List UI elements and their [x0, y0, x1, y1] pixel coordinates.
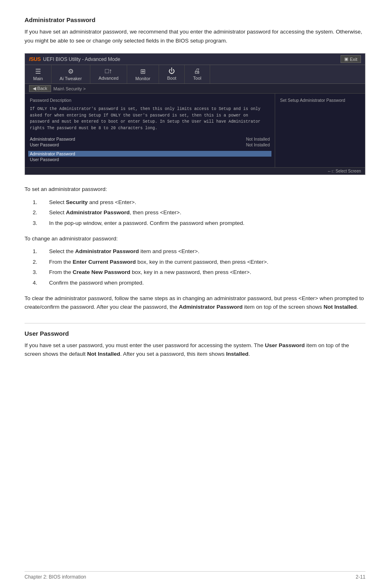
list-item: 1. Select Security and press <Enter>. [25, 198, 365, 207]
set-admin-steps: 1. Select Security and press <Enter>. 2.… [25, 198, 365, 228]
main-icon: ☰ [35, 67, 41, 75]
asus-logo: /SUS [29, 56, 40, 62]
user-password-intro: If you have set a user password, you mus… [25, 341, 365, 359]
right-panel-text: Set Setup Administrator Password [280, 98, 345, 103]
bios-tabs: ☰ Main ⚙ Ai Tweaker □↑ Advanced ⊞ Monito… [25, 65, 365, 84]
bios-screenshot: /SUS UEFI BIOS Utility - Advanced Mode ▣… [25, 53, 365, 175]
boot-icon: ⏻ [168, 67, 175, 75]
list-item: 4. Confirm the password when prompted. [25, 278, 365, 287]
admin-password-selected-label: Administrator Password [30, 151, 75, 156]
set-admin-intro: To set an administrator password: [25, 185, 365, 194]
tab-monitor[interactable]: ⊞ Monitor [127, 65, 159, 83]
admin-password-selected[interactable]: Administrator Password [28, 151, 271, 157]
user-password-item[interactable]: User Password Not Installed [30, 142, 270, 148]
bios-footer: ↔↕: Select Screen [25, 167, 365, 175]
tab-ai-tweaker-label: Ai Tweaker [60, 76, 82, 81]
bios-breadcrumb: ◀ Back Main\ Security > [25, 84, 365, 94]
clear-admin-text: To clear the administrator password, fol… [25, 294, 365, 312]
bios-left-panel: Password Description If ONLY the Adminis… [25, 94, 275, 167]
bios-right-panel: Set Setup Administrator Password [275, 94, 365, 167]
exit-icon: ▣ [344, 56, 348, 62]
password-description-label: Password Description [30, 98, 270, 103]
admin-password-item-label: Administrator Password [30, 137, 75, 141]
back-button[interactable]: ◀ Back [29, 85, 51, 92]
tool-icon: 🖨 [194, 67, 200, 75]
user-password-section: User Password If you have set a user pas… [25, 330, 365, 359]
user-password-item-value: Not Installed [246, 142, 270, 147]
tab-tool[interactable]: 🖨 Tool [185, 65, 210, 83]
step-num: 3. [25, 268, 49, 277]
section-divider [25, 323, 365, 323]
bios-items-list: Administrator Password Not Installed Use… [30, 136, 270, 148]
bios-selected-items: Administrator Password User Password [30, 151, 270, 162]
step-content: From the Enter Current Password box, key… [49, 258, 365, 267]
tab-boot-label: Boot [167, 76, 177, 81]
step-content: Select Security and press <Enter>. [49, 198, 365, 207]
step-num: 1. [25, 247, 49, 256]
tab-main-label: Main [33, 76, 43, 81]
tab-advanced[interactable]: □↑ Advanced [90, 65, 127, 83]
bios-exit-button[interactable]: ▣ Exit [341, 55, 361, 63]
bios-header: /SUS UEFI BIOS Utility - Advanced Mode ▣… [25, 54, 365, 65]
user-password-unselected-label: User Password [30, 157, 59, 162]
user-password-unselected[interactable]: User Password [30, 157, 270, 162]
tab-boot[interactable]: ⏻ Boot [159, 65, 185, 83]
step-num: 2. [25, 258, 49, 267]
admin-password-item-value: Not Installed [246, 137, 270, 141]
user-password-item-label: User Password [30, 142, 59, 147]
step-num: 3. [25, 219, 49, 228]
step-num: 1. [25, 198, 49, 207]
admin-intro-text: If you have set an administrator passwor… [25, 27, 365, 45]
bios-logo-area: /SUS UEFI BIOS Utility - Advanced Mode [29, 56, 120, 62]
admin-password-title: Administrator Password [25, 16, 365, 23]
monitor-icon: ⊞ [140, 67, 146, 75]
list-item: 3. In the pop-up window, enter a passwor… [25, 219, 365, 228]
step-content: Select Administrator Password, then pres… [49, 208, 365, 217]
admin-password-item[interactable]: Administrator Password Not Installed [30, 136, 270, 142]
page-footer: Chapter 2: BIOS information 2-11 [25, 571, 365, 580]
tab-tool-label: Tool [193, 76, 201, 81]
user-password-title: User Password [25, 330, 365, 337]
step-content: Select the Administrator Password item a… [49, 247, 365, 256]
advanced-icon: □↑ [105, 67, 112, 75]
list-item: 2. Select Administrator Password, then p… [25, 208, 365, 217]
bios-title: UEFI BIOS Utility - Advanced Mode [43, 56, 120, 62]
password-description-text: If ONLY the Administrator's password is … [30, 106, 270, 131]
chapter-label: Chapter 2: BIOS information [25, 574, 86, 580]
breadcrumb-path: Main\ Security > [54, 86, 86, 91]
list-item: 2. From the Enter Current Password box, … [25, 258, 365, 267]
step-content: In the pop-up window, enter a password. … [49, 219, 365, 228]
list-item: 3. From the Create New Password box, key… [25, 268, 365, 277]
step-num: 4. [25, 278, 49, 287]
tab-main[interactable]: ☰ Main [25, 65, 52, 83]
step-num: 2. [25, 208, 49, 217]
list-item: 1. Select the Administrator Password ite… [25, 247, 365, 256]
exit-label: Exit [350, 57, 357, 62]
step-content: From the Create New Password box, key in… [49, 268, 365, 277]
ai-tweaker-icon: ⚙ [68, 67, 74, 75]
change-admin-intro: To change an administrator password: [25, 234, 365, 243]
tab-monitor-label: Monitor [135, 76, 150, 81]
tab-ai-tweaker[interactable]: ⚙ Ai Tweaker [52, 65, 90, 83]
step-content: Confirm the password when prompted. [49, 278, 365, 287]
admin-password-section: Administrator Password If you have set a… [25, 16, 365, 312]
page-number: 2-11 [356, 574, 365, 580]
change-admin-steps: 1. Select the Administrator Password ite… [25, 247, 365, 287]
bios-body: Password Description If ONLY the Adminis… [25, 94, 365, 167]
select-screen-hint: ↔↕: Select Screen [327, 169, 361, 173]
tab-advanced-label: Advanced [99, 76, 119, 81]
